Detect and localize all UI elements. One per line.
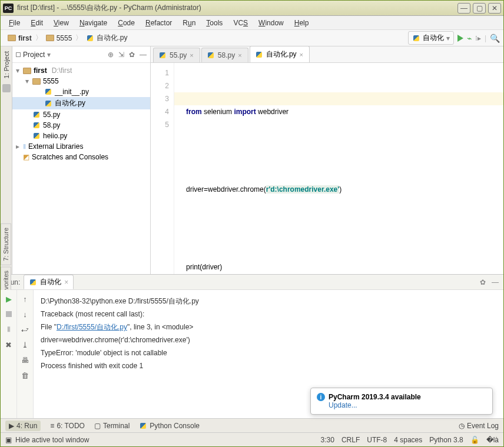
navigation-bar: first 〉 5555 〉 自动化.py 自动化 ▾ ⌁ ⁝▸ | 🔍 [1, 30, 503, 46]
console-line: D:\Python38-32\python.exe D:/first/5555/… [41, 295, 496, 308]
hide-icon[interactable]: — [140, 51, 147, 59]
locate-icon[interactable]: ⊕ [108, 51, 114, 59]
python-file-icon [139, 422, 147, 430]
tab-55[interactable]: 55.py× [153, 48, 200, 62]
pycharm-logo-icon: PC [3, 4, 14, 13]
window-title: first [D:\first] - ...\5555\自动化.py - PyC… [17, 3, 457, 13]
layout-button[interactable]: ⫴ [4, 324, 14, 335]
python-file-icon [29, 278, 37, 286]
menu-tools[interactable]: Tools [201, 18, 227, 28]
tree-file-58[interactable]: 58.py [12, 120, 150, 131]
up-button[interactable]: ↑ [20, 293, 31, 304]
menu-vcs[interactable]: VCS [228, 18, 253, 28]
folder-icon [23, 66, 31, 75]
rerun-button[interactable]: ▶ [4, 293, 14, 304]
down-button[interactable]: ↓ [20, 309, 31, 319]
close-button[interactable]: ✕ [488, 3, 501, 14]
run-configuration-selector[interactable]: 自动化 ▾ [408, 31, 454, 45]
menu-view[interactable]: View [49, 18, 74, 28]
tree-file-init[interactable]: __init__.py [12, 86, 150, 97]
minimize-button[interactable]: — [457, 3, 470, 14]
tree-file-heiio[interactable]: heiio.py [12, 131, 150, 141]
close-icon[interactable]: × [238, 52, 241, 59]
tree-scratches[interactable]: ◩ Scratches and Consoles [12, 152, 150, 162]
status-line-sep[interactable]: CRLF [341, 436, 360, 444]
maximize-button[interactable]: ▢ [473, 3, 486, 14]
menu-run[interactable]: Run [178, 18, 200, 28]
menu-help[interactable]: Help [290, 18, 314, 28]
python-file-icon [158, 51, 167, 59]
info-icon: i [317, 393, 325, 401]
menu-navigate[interactable]: Navigate [75, 18, 112, 28]
inspection-icon[interactable]: �là [486, 436, 499, 444]
run-tool-window: Run: 自动化 × ✿ — ▶ ⫴ ✖ ↑ ↓ ⮐ ⤓ [1, 274, 503, 418]
close-icon[interactable]: × [64, 278, 68, 286]
tab-58[interactable]: 58.py× [201, 48, 248, 62]
soft-wrap-button[interactable]: ⮐ [20, 324, 31, 335]
side-icon[interactable] [2, 84, 11, 92]
pin-button[interactable]: ✖ [4, 339, 14, 350]
close-icon[interactable]: × [190, 52, 193, 59]
scroll-to-end-button[interactable]: ⤓ [20, 339, 31, 350]
bottom-tab-run[interactable]: ▶ 4: Run [5, 421, 41, 431]
hide-icon[interactable]: — [492, 278, 499, 286]
project-tree[interactable]: ▾ firstD:\first ▾ 5555 __init__.py 自动化.p… [12, 63, 150, 274]
library-icon: ⫴ [23, 142, 26, 151]
search-everywhere-button[interactable]: 🔍 [490, 34, 500, 43]
bottom-tab-python-console[interactable]: Python Console [139, 422, 200, 430]
status-encoding[interactable]: UTF-8 [367, 436, 387, 444]
tree-file-55[interactable]: 55.py [12, 109, 150, 120]
update-link[interactable]: Update... [329, 401, 486, 409]
close-icon[interactable]: × [300, 51, 303, 58]
breadcrumb[interactable]: first 〉 5555 〉 自动化.py [4, 32, 131, 44]
project-header-label[interactable]: Project ▾ [16, 51, 51, 59]
more-run-actions-button[interactable]: ⁝▸ [475, 34, 481, 42]
project-tool-window: Project ▾ ⊕ ⇲ ✿ — ▾ firstD:\first ▾ 5555 [12, 46, 151, 274]
bottom-tab-todo[interactable]: ≡ 6: TODO [50, 422, 85, 430]
python-file-icon [44, 88, 52, 96]
stop-button[interactable] [4, 309, 14, 319]
debug-button[interactable]: ⌁ [467, 34, 472, 43]
print-button[interactable]: 🖶 [20, 355, 31, 365]
status-caret-pos[interactable]: 3:30 [321, 436, 334, 444]
menu-file[interactable]: File [4, 18, 25, 28]
editor-tabs: 55.py× 58.py× 自动化.py× [151, 46, 503, 63]
python-file-icon [32, 132, 41, 140]
bottom-tab-terminal[interactable]: ▢ Terminal [94, 422, 130, 430]
menu-code[interactable]: Code [113, 18, 140, 28]
console-line: Traceback (most recent call last): [41, 308, 496, 321]
update-popup: i PyCharm 2019.3.4 available Update... [310, 388, 493, 415]
bottom-tab-event-log[interactable]: ◷ Event Log [459, 422, 499, 430]
trash-button[interactable]: 🗑 [20, 370, 31, 381]
project-header: Project ▾ ⊕ ⇲ ✿ — [12, 46, 150, 63]
tab-zidonghua[interactable]: 自动化.py× [250, 46, 310, 62]
breadcrumb-dir: 5555 [57, 34, 72, 42]
bottom-tool-stripe: ▶ 4: Run ≡ 6: TODO ▢ Terminal Python Con… [1, 418, 503, 432]
folder-icon [32, 77, 41, 85]
settings-icon[interactable]: ✿ [129, 51, 135, 59]
menu-edit[interactable]: Edit [26, 18, 48, 28]
run-button[interactable] [457, 35, 463, 42]
tree-folder-5555[interactable]: ▾ 5555 [12, 76, 150, 86]
settings-icon[interactable]: ✿ [480, 278, 486, 286]
tool-window-toggle-icon[interactable]: ▣ [5, 436, 12, 444]
status-interpreter[interactable]: Python 3.8 [429, 436, 463, 444]
lock-icon[interactable]: 🔓 [470, 436, 479, 444]
side-tab-structure[interactable]: 7: Structure [1, 224, 11, 265]
status-indent[interactable]: 4 spaces [394, 436, 422, 444]
menu-window[interactable]: Window [254, 18, 289, 28]
tree-file-zidonghua[interactable]: 自动化.py [12, 97, 150, 109]
tree-project-root[interactable]: ▾ firstD:\first [12, 65, 150, 76]
expand-all-icon[interactable]: ⇲ [118, 51, 124, 59]
console-line: Process finished with exit code 1 [41, 359, 496, 372]
menu-refactor[interactable]: Refactor [141, 18, 177, 28]
run-tab[interactable]: 自动化 × [24, 275, 74, 289]
side-tab-project[interactable]: 1: Project [2, 49, 11, 81]
tree-external-libraries[interactable]: ▸⫴ External Libraries [12, 141, 150, 152]
run-config-label: 自动化 [423, 33, 444, 43]
python-file-icon [32, 121, 41, 129]
divider: | [485, 34, 486, 42]
file-link[interactable]: D:/first/5555/自动化.py [57, 323, 127, 331]
main-area: 1: Project Project ▾ ⊕ ⇲ ✿ — ▾ [1, 46, 503, 274]
code-editor[interactable]: from selenium import webdriver driver=we… [174, 63, 503, 274]
